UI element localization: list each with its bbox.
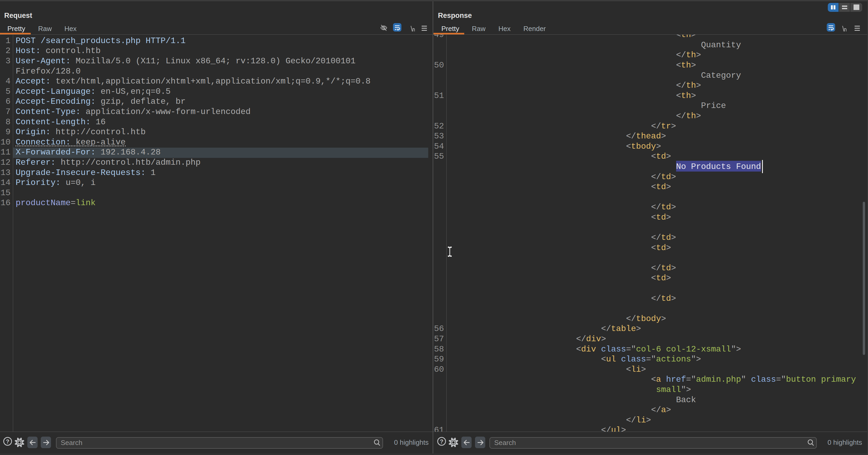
svg-text:?: ? xyxy=(6,438,9,445)
svg-text:?: ? xyxy=(440,438,443,445)
